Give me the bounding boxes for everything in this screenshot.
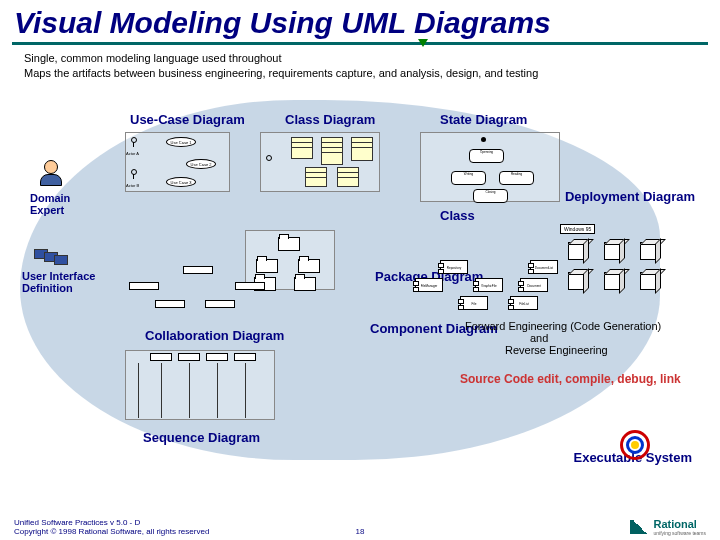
label-domain-expert: Domain Expert [30,192,80,216]
component-box: File [460,296,488,310]
component-box: GraphicFile [475,278,503,292]
component-box: FileManager [415,278,443,292]
footer-copyright: Unified Software Practices v 5.0 - D Cop… [14,518,209,536]
slide-title: Visual Modeling Using UML Diagrams [0,0,720,42]
footer-line1: Unified Software Practices v 5.0 - D [14,518,209,527]
collab-node [155,300,185,308]
node-cube-icon [640,242,658,260]
collab-node [183,266,213,274]
collab-node [129,282,159,290]
label-and: and [530,332,548,344]
rational-logo: Rational unifying software teams [630,518,706,536]
component-diagram-mini: Repository DocumentList FileManager Grap… [420,260,580,310]
actor-icon [130,169,138,183]
logo-tagline: unifying software teams [653,530,706,536]
subtitle-line1: Single, common modeling language used th… [24,52,281,64]
label-ui-definition: User Interface Definition [22,270,102,294]
diagram-canvas: Use-Case Diagram Class Diagram State Dia… [0,100,720,500]
node-cube-icon [604,272,622,290]
lifeline-head [206,353,228,361]
component-box: DocumentList [530,260,558,274]
folder-icon [278,237,300,251]
label-class-2: Class [440,208,475,223]
state-box: Writing [451,171,486,185]
collab-node [205,300,235,308]
state-diagram-mini: Openning Writing Reading Closing [420,132,560,202]
deployment-diagram-mini: Windows 95 [560,230,680,300]
collab-node [235,282,265,290]
node-cube-icon [568,242,586,260]
actor-icon [130,137,138,151]
label-reverse-engineering: Reverse Engineering [505,344,608,356]
class-diagram-mini [260,132,380,192]
logo-brand: Rational [653,518,696,530]
usecase-ellipse: Use Case 1 [166,137,196,147]
logo-mark-icon [630,520,650,534]
actor-a-label: Actor A [126,151,139,156]
usecase-ellipse: Use Case 2 [186,159,216,169]
node-cube-icon [568,272,586,290]
slide-footer: Unified Software Practices v 5.0 - D Cop… [0,518,720,536]
deploy-title: Windows 95 [560,224,595,234]
usecase-diagram-mini: Actor A Actor B Use Case 1 Use Case 2 Us… [125,132,230,192]
label-sequence: Sequence Diagram [143,430,260,445]
lifeline-head [150,353,172,361]
label-class: Class Diagram [285,112,375,127]
component-box: Repository [440,260,468,274]
label-forward-engineering: Forward Engineering (Code Generation) [465,320,661,332]
label-collaboration: Collaboration Diagram [145,328,284,343]
actor-b-label: Actor B [126,183,139,188]
subtitle-line2: Maps the artifacts between business engi… [24,67,538,79]
page-number: 18 [356,527,365,536]
label-usecase: Use-Case Diagram [130,112,245,127]
actor-icon [265,155,273,169]
usecase-ellipse: Use Case 3 [166,177,196,187]
label-source-edit: Source Code edit, compile, debug, link [460,372,681,386]
state-box: Openning [469,149,504,163]
folder-icon [298,259,320,273]
lifeline-head [234,353,256,361]
domain-expert-icon [36,160,66,190]
slide-subtitle: Single, common modeling language used th… [0,47,720,89]
state-box: Reading [499,171,534,185]
component-box: Document [520,278,548,292]
target-icon [620,430,650,460]
folder-icon [294,277,316,291]
footer-line2: Copyright © 1998 Rational Software, all … [14,527,209,536]
node-cube-icon [640,272,658,290]
ui-screens-icon [34,245,64,263]
label-deployment: Deployment Diagram [565,190,695,204]
title-underline [12,42,708,45]
state-box: Closing [473,189,508,203]
component-box: FileList [510,296,538,310]
lifeline-head [178,353,200,361]
collaboration-diagram-mini [125,260,275,320]
sequence-diagram-mini [125,350,275,420]
label-state: State Diagram [440,112,527,127]
node-cube-icon [604,242,622,260]
